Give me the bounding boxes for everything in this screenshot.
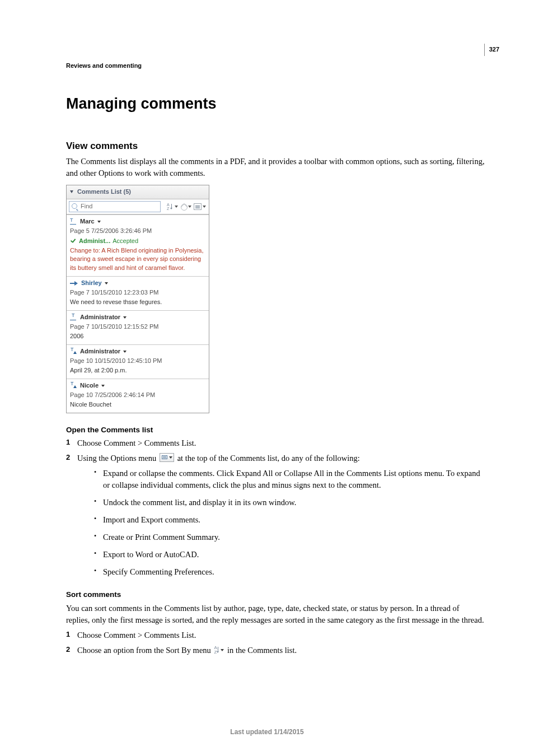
comment-body: We need to revese thsse fegures. — [70, 298, 205, 307]
comment-body: Nicole Bouchet — [70, 400, 205, 409]
bullet-item: Import and Export comments. — [94, 514, 485, 526]
paragraph-sort-comments: You can sort comments in the Comments li… — [66, 603, 485, 626]
arrow-right-icon — [70, 280, 79, 287]
chevron-down-icon — [123, 351, 127, 353]
chevron-down-icon — [123, 316, 127, 319]
comments-list-panel: Comments List (5) Find AZ — [66, 185, 209, 413]
comment-item[interactable]: Administrator Page 7 10/15/2010 12:15:52… — [67, 310, 209, 344]
options-icon — [160, 453, 174, 462]
filter-button[interactable] — [180, 202, 192, 212]
comment-status-value: Accepted — [113, 237, 138, 246]
comment-meta: Page 7 10/15/2010 12:23:03 PM — [70, 288, 205, 297]
comment-item[interactable]: Nicole Page 10 7/25/2006 2:46:14 PM Nico… — [67, 379, 209, 413]
sort-icon: AZ — [167, 203, 174, 210]
comment-author: Shirley — [81, 279, 102, 288]
page-title: Managing comments — [66, 93, 485, 115]
heading-view-comments: View comments — [66, 139, 485, 153]
comment-meta: Page 5 7/25/2006 3:26:46 PM — [70, 227, 205, 236]
comment-body: 2006 — [70, 332, 205, 341]
sort-icon: AZ — [214, 646, 224, 654]
footer-last-updated: Last updated 1/14/2015 — [0, 727, 534, 737]
step-text-a: Choose an option from the Sort By menu — [77, 646, 213, 655]
comment-meta: Page 10 7/25/2006 2:46:14 PM — [70, 391, 205, 400]
comments-panel-title: Comments List (5) — [77, 188, 131, 195]
find-placeholder: Find — [81, 202, 92, 211]
step-text: Choose Comment > Comments List. — [77, 438, 196, 447]
comment-body: April 29, at 2:00 p.m. — [70, 366, 205, 375]
paragraph-view-comments: The Comments list displays all the comme… — [66, 156, 485, 179]
comment-meta: Page 10 10/15/2010 12:45:10 PM — [70, 357, 205, 366]
insert-text-icon — [70, 382, 78, 389]
bullet-item: Expand or collapse the comments. Click E… — [94, 468, 485, 491]
running-head: Reviews and commenting — [66, 62, 485, 71]
list-item: 1 Choose Comment > Comments List. — [66, 437, 485, 449]
sort-button[interactable]: AZ — [166, 202, 179, 212]
chevron-down-icon — [101, 385, 105, 387]
comment-author: Administrator — [80, 347, 120, 356]
heading-sort-comments: Sort comments — [66, 589, 485, 600]
bullet-item: Specify Commenting Preferences. — [94, 566, 485, 578]
chevron-down-icon — [105, 282, 108, 284]
bullet-item: Export to Word or AutoCAD. — [94, 549, 485, 561]
text-replace-icon — [70, 314, 78, 321]
bullet-item: Create or Print Comment Summary. — [94, 531, 485, 543]
list-item: 1 Choose Comment > Comments List. — [66, 629, 485, 641]
list-item: 2 Choose an option from the Sort By menu… — [66, 645, 485, 656]
options-icon — [194, 203, 202, 210]
check-icon — [70, 238, 77, 245]
comment-author: Marc — [80, 217, 95, 226]
comments-panel-toolbar: Find AZ — [67, 199, 209, 214]
filter-icon — [180, 203, 187, 210]
comment-status-name: Administ... — [79, 237, 110, 246]
options-button[interactable] — [193, 202, 207, 212]
page-number: 327 — [484, 44, 499, 56]
step-text-a: Using the Options menu — [77, 454, 158, 463]
chevron-down-icon — [97, 221, 101, 223]
step-text-b: in the Comments list. — [225, 646, 297, 655]
insert-text-icon — [70, 348, 78, 355]
find-input[interactable]: Find — [69, 201, 161, 212]
step-text-b: at the top of the Comments list, do any … — [175, 454, 360, 463]
search-icon — [72, 203, 78, 210]
bullet-item: Undock the comment list, and display it … — [94, 497, 485, 508]
comment-item[interactable]: Marc Page 5 7/25/2006 3:26:46 PM Adminis… — [67, 214, 209, 277]
heading-open-comments-list: Open the Comments list — [66, 424, 485, 436]
comment-author: Administrator — [80, 313, 120, 322]
comment-author: Nicole — [80, 381, 99, 390]
replace-text-icon — [70, 218, 78, 225]
comment-item[interactable]: Administrator Page 10 10/15/2010 12:45:1… — [67, 344, 209, 379]
step-text: Choose Comment > Comments List. — [77, 631, 196, 640]
comments-panel-header[interactable]: Comments List (5) — [67, 185, 209, 199]
comment-meta: Page 7 10/15/2010 12:15:52 PM — [70, 323, 205, 332]
list-item: 2 Using the Options menu at the top of t… — [66, 452, 485, 578]
comment-body: Change to: A Rich Blend originating in P… — [70, 246, 205, 273]
comment-item[interactable]: Shirley Page 7 10/15/2010 12:23:03 PM We… — [67, 276, 209, 310]
